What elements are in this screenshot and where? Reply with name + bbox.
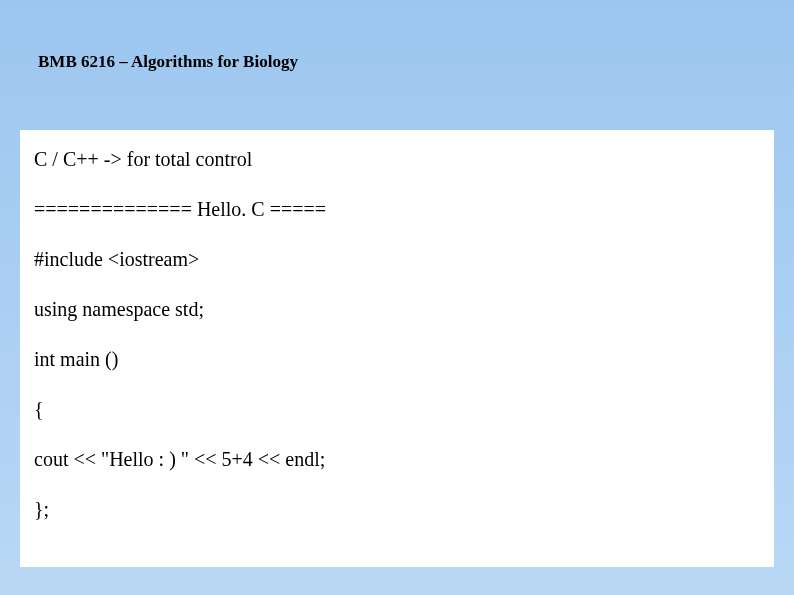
content-line: ============== Hello. C ===== — [34, 196, 760, 222]
course-title: BMB 6216 – Algorithms for Biology — [38, 52, 756, 72]
content-line: #include <iostream> — [34, 246, 760, 272]
content-line: C / C++ -> for total control — [34, 146, 760, 172]
content-line: cout << "Hello : ) " << 5+4 << endl; — [34, 446, 760, 472]
content-line: { — [34, 396, 760, 422]
slide-header: BMB 6216 – Algorithms for Biology — [0, 0, 794, 72]
slide-content-box: C / C++ -> for total control ===========… — [20, 130, 774, 567]
content-line: }; — [34, 496, 760, 522]
content-line: using namespace std; — [34, 296, 760, 322]
content-line: int main () — [34, 346, 760, 372]
